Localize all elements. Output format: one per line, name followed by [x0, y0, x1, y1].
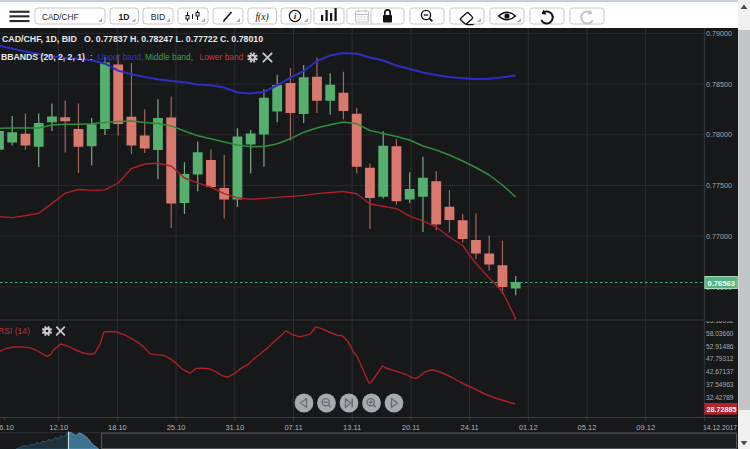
- svg-text:47.79312: 47.79312: [706, 355, 734, 362]
- svg-text:f(x): f(x): [255, 12, 268, 23]
- svg-text:18.10: 18.10: [108, 423, 127, 432]
- svg-text:0.76563: 0.76563: [708, 279, 735, 288]
- svg-text:24.11: 24.11: [460, 423, 478, 432]
- svg-text::: :: [90, 52, 92, 62]
- svg-text:0.78500: 0.78500: [706, 80, 732, 89]
- svg-text:BID: BID: [151, 12, 165, 22]
- svg-text:14.12.2017: 14.12.2017: [703, 424, 737, 431]
- svg-text:28.72885: 28.72885: [707, 405, 737, 414]
- svg-text:42.67137: 42.67137: [706, 368, 734, 375]
- svg-text:20.11: 20.11: [402, 423, 420, 432]
- svg-text:0.78000: 0.78000: [706, 130, 732, 139]
- svg-text:13.11: 13.11: [343, 423, 361, 432]
- svg-text:06.10: 06.10: [0, 423, 14, 432]
- svg-text:31.10: 31.10: [225, 423, 244, 432]
- svg-text:RSI (14): RSI (14): [0, 326, 30, 336]
- svg-text:Middle band,: Middle band,: [145, 52, 193, 62]
- svg-text:0.79000: 0.79000: [706, 29, 732, 38]
- svg-text:0.77000: 0.77000: [706, 232, 732, 241]
- svg-text:CAD/CHF, 1D, BID O. 0.77837: CAD/CHF, 1D, BID O. 0.77837 H. 0.78247 L…: [2, 34, 263, 44]
- svg-text:12.10: 12.10: [49, 423, 68, 432]
- svg-text:BBANDS (20, 2, 2, 1): BBANDS (20, 2, 2, 1): [1, 52, 85, 62]
- svg-text:58.03660: 58.03660: [706, 330, 734, 337]
- svg-text:1D: 1D: [119, 12, 130, 22]
- svg-text:52.91486: 52.91486: [706, 343, 734, 350]
- svg-text:Upper band,: Upper band,: [98, 52, 144, 62]
- svg-text:32.42789: 32.42789: [706, 394, 734, 401]
- svg-text:Lower band: Lower band: [200, 52, 244, 62]
- svg-text:0.77500: 0.77500: [706, 181, 732, 190]
- svg-text:07.11: 07.11: [284, 423, 302, 432]
- svg-text:05.12: 05.12: [578, 423, 597, 432]
- svg-text:09.12: 09.12: [636, 423, 655, 432]
- svg-text:37.54963: 37.54963: [706, 381, 734, 388]
- svg-text:25.10: 25.10: [167, 423, 186, 432]
- svg-text:CAD/CHF: CAD/CHF: [42, 13, 78, 22]
- svg-text:01.12: 01.12: [519, 423, 538, 432]
